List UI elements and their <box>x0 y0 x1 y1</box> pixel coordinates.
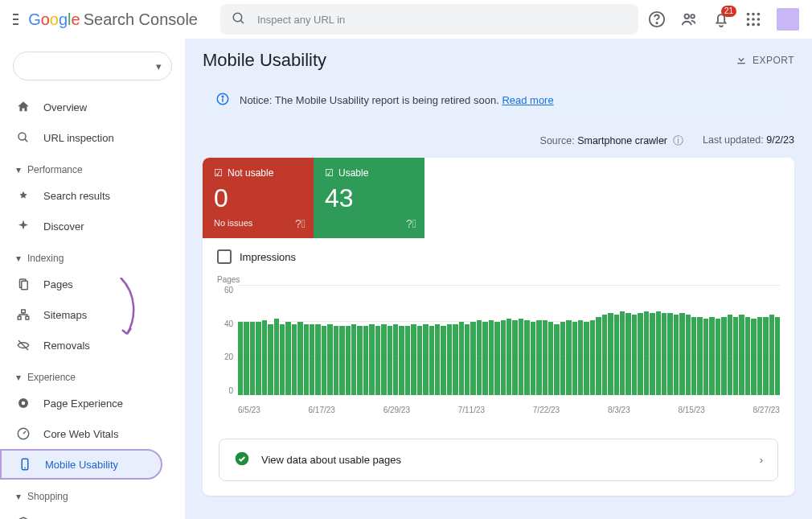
chevron-down-icon: ▾ <box>16 164 21 175</box>
svg-point-15 <box>18 133 26 140</box>
sidebar-item-page-experience[interactable]: Page Experience <box>0 388 175 418</box>
sidebar-item-label: Product snippets <box>43 517 121 520</box>
svg-point-9 <box>747 18 750 21</box>
retirement-notice: Notice: The Mobile Usability report is b… <box>203 82 794 118</box>
chevron-down-icon: ▾ <box>16 253 21 264</box>
svg-point-14 <box>757 23 761 27</box>
chevron-down-icon: ▾ <box>156 60 162 72</box>
check-icon: ☑ <box>214 167 223 179</box>
sidebar-item-discover[interactable]: Discover <box>0 211 175 241</box>
impressions-checkbox[interactable] <box>217 249 232 264</box>
help-icon[interactable]: ?⃝ <box>406 217 416 230</box>
home-icon <box>16 100 31 114</box>
search-placeholder: Inspect any URL in <box>257 14 345 26</box>
svg-point-8 <box>757 13 761 16</box>
discover-icon <box>16 219 31 233</box>
removals-icon <box>16 338 31 352</box>
sidebar-item-core-web-vitals[interactable]: Core Web Vitals <box>0 418 175 449</box>
svg-rect-19 <box>22 310 26 313</box>
vitals-icon <box>16 426 31 441</box>
pages-chart: Pages 6040200 6/5/236/17/236/29/237/11/2… <box>203 275 794 429</box>
read-more-link[interactable]: Read more <box>502 94 553 106</box>
notifications-badge: 21 <box>721 6 736 17</box>
export-button[interactable]: EXPORT <box>735 53 794 68</box>
svg-point-4 <box>685 14 690 19</box>
impressions-label: Impressions <box>240 251 296 263</box>
svg-rect-29 <box>737 63 744 64</box>
chevron-down-icon: ▾ <box>16 372 21 383</box>
download-icon <box>735 53 748 68</box>
svg-rect-21 <box>26 316 29 319</box>
mobile-icon <box>18 457 32 472</box>
svg-rect-18 <box>22 281 28 290</box>
main-card: ☑Not usable 0 No issues ?⃝ ☑Usable 43 ?⃝… <box>203 158 794 496</box>
sidebar-item-label: Mobile Usability <box>45 459 118 471</box>
svg-line-16 <box>25 139 27 142</box>
svg-line-22 <box>18 340 28 350</box>
sidebar-section-shopping[interactable]: ▾ Shopping <box>0 480 185 507</box>
svg-point-0 <box>233 13 242 22</box>
svg-point-10 <box>752 18 755 21</box>
svg-point-13 <box>752 23 755 27</box>
sidebar-item-label: Search results <box>43 190 110 202</box>
page-title: Mobile Usability <box>203 50 326 71</box>
sidebar-section-performance[interactable]: ▾ Performance <box>0 153 185 180</box>
sidebar-item-label: Core Web Vitals <box>43 428 118 440</box>
chevron-down-icon: ▾ <box>16 491 21 502</box>
sitemap-icon <box>16 307 31 322</box>
help-icon[interactable]: ?⃝ <box>295 217 306 230</box>
sidebar-item-label: Discover <box>43 220 84 233</box>
sidebar-item-product-snippets[interactable]: Product snippets <box>0 507 175 519</box>
sidebar-item-removals[interactable]: Removals <box>0 330 175 360</box>
sidebar-item-label: Overview <box>43 101 87 113</box>
check-icon: ☑ <box>325 167 334 179</box>
sidebar-item-overview[interactable]: Overview <box>0 92 175 122</box>
sidebar-item-label: Page Experience <box>43 397 123 410</box>
svg-point-3 <box>656 23 657 23</box>
tile-usable[interactable]: ☑Usable 43 ?⃝ <box>314 158 424 238</box>
url-inspect-search[interactable]: Inspect any URL in <box>220 4 638 35</box>
search-results-icon <box>16 188 31 203</box>
chevron-right-icon: › <box>760 454 763 466</box>
notifications-icon[interactable]: 21 <box>712 10 730 28</box>
sidebar-item-search-results[interactable]: Search results <box>0 180 175 211</box>
svg-line-1 <box>240 20 244 23</box>
help-icon[interactable] <box>648 10 666 28</box>
sidebar-item-label: Sitemaps <box>43 309 87 321</box>
svg-point-6 <box>747 13 750 16</box>
svg-rect-20 <box>18 316 21 319</box>
pages-icon <box>16 277 31 291</box>
sidebar-item-label: Pages <box>43 278 73 290</box>
svg-point-32 <box>222 96 224 97</box>
sidebar-item-label: Removals <box>43 340 90 352</box>
success-icon <box>234 451 250 469</box>
sidebar-item-label: URL inspection <box>43 132 114 144</box>
svg-point-11 <box>757 18 761 21</box>
sidebar-section-indexing[interactable]: ▾ Indexing <box>0 241 185 269</box>
svg-point-12 <box>747 23 750 27</box>
product-logo: Google Search Console <box>28 10 198 29</box>
tile-usable-value: 43 <box>325 183 413 213</box>
meta-row: Source: Smartphone crawler ⓘ Last update… <box>203 134 794 148</box>
svg-point-5 <box>691 14 695 19</box>
property-selector[interactable]: ▾ <box>13 51 172 80</box>
info-icon <box>215 92 230 109</box>
sidebar-section-experience[interactable]: ▾ Experience <box>0 360 185 388</box>
help-icon[interactable]: ⓘ <box>671 135 683 146</box>
search-icon <box>232 11 246 28</box>
sidebar-item-pages[interactable]: Pages <box>0 269 175 299</box>
tile-not-usable[interactable]: ☑Not usable 0 No issues ?⃝ <box>203 158 314 238</box>
svg-point-7 <box>752 13 755 16</box>
svg-point-24 <box>22 402 26 406</box>
users-icon[interactable] <box>680 10 698 28</box>
search-icon <box>16 130 31 145</box>
apps-icon[interactable] <box>744 10 762 28</box>
avatar[interactable] <box>777 8 799 31</box>
page-experience-icon <box>16 396 31 410</box>
sidebar-item-mobile-usability[interactable]: Mobile Usability <box>0 449 162 480</box>
menu-icon[interactable] <box>13 14 18 25</box>
view-usable-pages[interactable]: View data about usable pages › <box>219 439 778 481</box>
product-snippets-icon <box>16 515 31 519</box>
sidebar-item-url-inspection[interactable]: URL inspection <box>0 122 175 153</box>
sidebar-item-sitemaps[interactable]: Sitemaps <box>0 299 175 330</box>
